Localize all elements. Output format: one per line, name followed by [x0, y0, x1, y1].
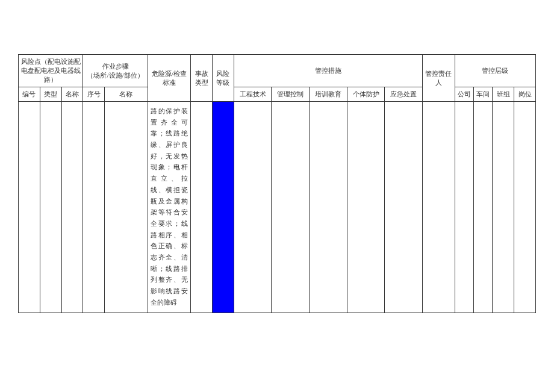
cell-rp-name: [61, 102, 83, 313]
header-rp-no: 编号: [19, 87, 40, 102]
cell-m-mgmt: [272, 102, 310, 313]
header-risk-level: 风险等级: [213, 55, 234, 102]
cell-l-team: [493, 102, 514, 313]
header-m-ppe: 个体防护: [347, 87, 385, 102]
header-rp-name: 名称: [61, 87, 83, 102]
header-work-step: 作业步骤 （场所/设施/部位）: [83, 55, 148, 87]
header-accident: 事故类型: [191, 55, 213, 102]
table-row: 路的保护装置齐全可靠；线路绝缘、屏护良好，无发热现象；电杆直立、拉线、横担瓷瓶及…: [19, 102, 536, 313]
header-measures: 管控措施: [234, 55, 422, 87]
header-l-company: 公司: [455, 87, 473, 102]
header-m-mgmt: 管理控制: [272, 87, 310, 102]
cell-ws-name: [105, 102, 148, 313]
cell-m-train: [310, 102, 347, 313]
cell-m-ppe: [347, 102, 385, 313]
header-ws-no: 序号: [83, 87, 105, 102]
header-levels: 管控层级: [455, 55, 535, 87]
header-risk-point: 风险点（配电设施配电盘配电柜及电器线路）: [19, 55, 83, 87]
header-m-eng: 工程技术: [234, 87, 272, 102]
header-responsible: 管控责任人: [422, 55, 455, 102]
header-m-train: 培训教育: [310, 87, 347, 102]
header-m-emerg: 应急处置: [385, 87, 423, 102]
cell-l-company: [455, 102, 473, 313]
header-l-workshop: 车间: [473, 87, 492, 102]
cell-m-emerg: [385, 102, 423, 313]
cell-l-workshop: [473, 102, 492, 313]
cell-l-post: [514, 102, 536, 313]
cell-ws-no: [83, 102, 105, 313]
cell-accident: [191, 102, 213, 313]
cell-rp-type: [40, 102, 61, 313]
cell-m-eng: [234, 102, 272, 313]
cell-hazard: 路的保护装置齐全可靠；线路绝缘、屏护良好，无发热现象；电杆直立、拉线、横担瓷瓶及…: [148, 102, 191, 313]
header-ws-name: 名称: [105, 87, 148, 102]
risk-table: 风险点（配电设施配电盘配电柜及电器线路） 作业步骤 （场所/设施/部位） 危险源…: [18, 54, 536, 313]
risk-level-indicator: [213, 180, 234, 313]
cell-risk-level: [213, 102, 234, 313]
header-rp-type: 类型: [40, 87, 61, 102]
cell-rp-no: [19, 102, 40, 313]
header-l-team: 班组: [493, 87, 514, 102]
cell-responsible: [422, 102, 455, 313]
header-l-post: 岗位: [514, 87, 536, 102]
header-hazard: 危险源/检查标准: [148, 55, 191, 102]
